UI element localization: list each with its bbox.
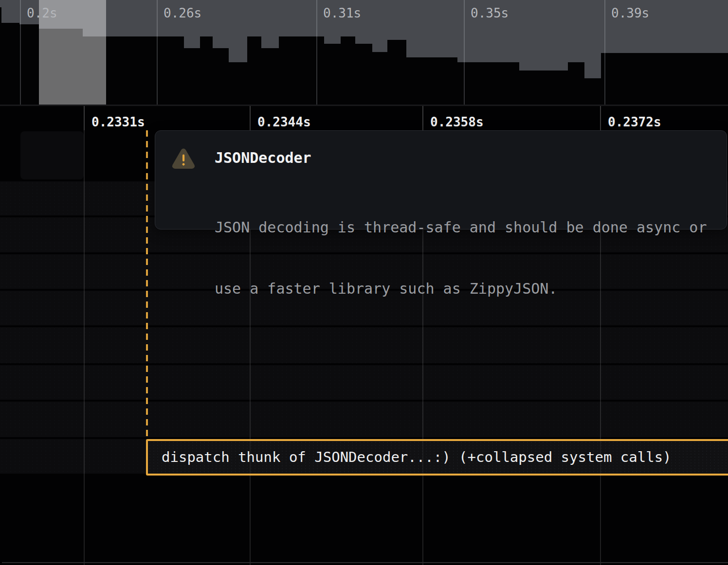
timeline-gridline-tick — [250, 106, 251, 130]
minimap-gridline — [20, 0, 21, 105]
minimap-gridline — [316, 0, 317, 105]
minimap-skyline-bar — [406, 57, 457, 105]
timeline-time-label: 0.2344s — [257, 115, 311, 129]
minimap-skyline-bar — [261, 48, 279, 105]
selected-frame-label: dispatch thunk of JSONDecoder...:) (+col… — [162, 441, 672, 474]
minimap-time-label: 0.31s — [323, 6, 361, 20]
dimmed-frame-block[interactable] — [20, 131, 84, 179]
tooltip-body: JSON decoding is thread-safe and should … — [215, 177, 707, 340]
minimap-time-label: 0.35s — [471, 6, 509, 20]
timeline-time-label: 0.2372s — [608, 115, 661, 129]
minimap-skyline-bar — [19, 24, 39, 105]
minimap-skyline-bar — [584, 78, 601, 105]
minimap-time-label: 0.2s — [27, 6, 57, 20]
flame-row-stripe — [0, 402, 728, 437]
timeline-time-label: 0.2358s — [430, 115, 484, 129]
minimap-divider — [0, 105, 728, 106]
timeline-gridline-tick — [600, 106, 601, 130]
minimap-skyline-bar — [387, 40, 406, 105]
minimap-gridline — [464, 0, 465, 105]
selected-frame[interactable]: dispatch thunk of JSONDecoder...:) (+col… — [146, 439, 728, 476]
tooltip-body-line: use a faster library such as ZippyJSON. — [215, 279, 707, 299]
tooltip-body-line: JSON decoding is thread-safe and should … — [215, 217, 707, 238]
bottom-divider — [2, 562, 728, 563]
tooltip-title: JSONDecoder — [215, 149, 311, 166]
minimap-time-label: 0.26s — [164, 6, 201, 20]
minimap-skyline-bar — [457, 62, 519, 105]
flame-chart-profiler-screen: 0.2s0.26s0.31s0.35s0.39s 0.2331s0.2344s0… — [0, 0, 728, 565]
timeline-gridline — [84, 106, 85, 565]
minimap-skyline-bar — [200, 36, 213, 105]
timeline-gridline-tick — [422, 106, 423, 130]
flame-row-stripe — [0, 365, 728, 400]
minimap-gridline — [157, 0, 158, 105]
minimap-skyline-bar — [519, 71, 568, 105]
warning-triangle-icon — [172, 148, 195, 170]
minimap-skyline-bar — [247, 36, 261, 105]
minimap-skyline-bar — [372, 52, 387, 105]
minimap-skyline-bar — [279, 36, 324, 105]
minimap-overview[interactable]: 0.2s0.26s0.31s0.35s0.39s — [0, 0, 728, 105]
minimap-skyline-bar — [601, 53, 728, 105]
minimap-skyline-bar — [355, 44, 372, 105]
minimap-skyline-bar — [568, 62, 584, 105]
minimap-skyline-bar — [229, 62, 247, 105]
minimap-skyline-bar — [213, 48, 229, 105]
selection-marker-dashed-line — [146, 130, 148, 440]
minimap-skyline-bar — [184, 48, 200, 105]
minimap-time-label: 0.39s — [611, 6, 649, 20]
timeline-gridline-tick — [84, 106, 85, 130]
minimap-skyline-bar — [341, 36, 355, 105]
minimap-gridline — [604, 0, 605, 105]
timeline-time-label: 0.2331s — [91, 115, 145, 129]
minimap-skyline-bar — [324, 44, 341, 105]
minimap-skyline-bar — [1, 23, 19, 105]
warning-tooltip: JSONDecoder JSON decoding is thread-safe… — [155, 130, 727, 230]
